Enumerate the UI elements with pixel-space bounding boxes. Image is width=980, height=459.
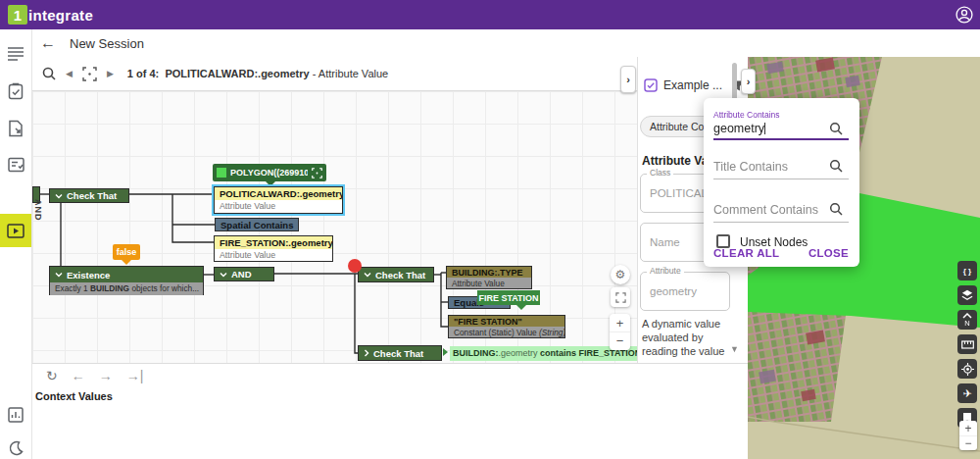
polygon-value-badge[interactable]: POLYGON((2699107.89 (213, 164, 326, 181)
root-and-label: AND (33, 199, 43, 222)
collapse-map-chevron-icon[interactable]: › (741, 69, 756, 94)
svg-text:N: N (964, 319, 969, 328)
rules-clipboard-icon[interactable] (0, 75, 31, 108)
top-bar: 1 integrate (0, 0, 980, 29)
node-existence[interactable]: Existence Exactly 1 BUILDING objects for… (49, 266, 204, 295)
clear-all-button[interactable]: CLEAR ALL (713, 247, 779, 259)
search-icon[interactable] (829, 122, 843, 135)
restart-icon[interactable]: ↻ (46, 368, 58, 383)
map-geojson-braces-icon[interactable]: { } (957, 261, 977, 280)
false-tag-pointer (122, 260, 131, 265)
step-back-icon[interactable]: ← (72, 368, 85, 383)
rule-arrow-icon (443, 348, 448, 356)
attribute-field[interactable]: geometry (640, 272, 730, 311)
search-icon[interactable] (42, 67, 56, 80)
false-value-tag: false (113, 244, 140, 260)
dark-mode-moon-icon[interactable] (0, 432, 31, 459)
step-forward-icon[interactable]: → (99, 368, 113, 383)
map-zoom-out-button[interactable]: − (959, 435, 977, 450)
map-compass-north-icon[interactable]: N (957, 310, 977, 330)
node-check-that-3[interactable]: Check That (358, 345, 442, 361)
search-icon[interactable] (829, 202, 843, 216)
context-values-title: Context Values (35, 390, 748, 402)
graph-toolbar: ◀ ▶ 1 of 4: POLITICALWARD:.geometry - At… (32, 57, 637, 91)
map-locate-target-icon[interactable] (957, 359, 977, 379)
node-politicalward-geometry[interactable]: POLITICALWARD:.geometry Attribute Value (214, 186, 343, 214)
result-target: POLITICALWARD:.geometry (165, 68, 309, 79)
result-counter: 1 of 4: (127, 68, 159, 79)
canvas-zoom-in-button[interactable]: + (610, 314, 630, 332)
tooltip-pointer (516, 305, 526, 310)
result-suffix: - Attribute Value (310, 68, 389, 79)
sessions-icon[interactable] (0, 214, 31, 247)
node-and[interactable]: AND (214, 267, 274, 281)
node-check-that-2[interactable]: Check That (358, 267, 434, 282)
collapse-props-chevron-icon[interactable]: › (620, 66, 636, 93)
logo-one-icon: 1 (8, 5, 27, 25)
canvas-settings-gear-icon[interactable]: ⚙ (611, 265, 630, 284)
next-result-icon[interactable]: ▶ (107, 69, 114, 78)
map-flyto-plane-icon[interactable]: ✈ (957, 383, 977, 403)
context-values-panel: Context Values (32, 386, 748, 459)
class-field-label: Class (647, 168, 673, 178)
left-sidebar (0, 29, 32, 459)
session-title: New Session (70, 36, 144, 51)
attribute-input-underline (713, 138, 849, 140)
node-check-that-1[interactable]: Check That (49, 188, 129, 203)
node-building-type[interactable]: BUILDING:.TYPE Attribute Value (446, 266, 532, 289)
focus-target-icon[interactable] (82, 67, 97, 81)
geometry-swatch-icon (217, 168, 226, 178)
example-rule-icon (644, 78, 658, 92)
map-ruler-icon[interactable] (957, 334, 977, 354)
back-arrow-icon[interactable]: ← (40, 34, 56, 52)
canvas-fit-expand-icon[interactable] (611, 287, 630, 307)
history-toolbar: ↻ ← → →| (32, 363, 748, 386)
logo-text: integrate (28, 7, 93, 24)
map-zoom-in-button[interactable]: + (959, 421, 977, 435)
node-spatial-contains[interactable]: Spatial Contains (215, 218, 299, 231)
app-logo: 1 integrate (8, 5, 93, 25)
zoom-to-geometry-icon[interactable] (312, 168, 322, 178)
comment-input-underline (713, 222, 849, 223)
menu-list-icon[interactable] (0, 37, 31, 71)
map-layers-icon[interactable] (957, 285, 977, 305)
fire-station-value-tooltip: FIRE STATION (477, 290, 540, 305)
filter-popup: Attribute Contains geometry Title Contai… (704, 98, 859, 267)
panel-title: Example ... (663, 78, 722, 92)
prev-result-icon[interactable]: ◀ (66, 69, 73, 78)
session-header: ← New Session (32, 29, 980, 57)
node-fire-station-constant[interactable]: "FIRE STATION" Constant (Static) Value (… (448, 315, 565, 338)
title-input-underline (713, 178, 849, 179)
dashboard-chart-icon[interactable] (0, 398, 31, 432)
scroll-more-caret-icon[interactable]: ▼ (730, 344, 739, 354)
close-button[interactable]: CLOSE (808, 247, 849, 259)
node-fire-station-geometry[interactable]: FIRE_STATION:.geometry Attribute Value (214, 235, 333, 262)
account-icon[interactable] (955, 5, 974, 25)
data-file-icon[interactable] (0, 112, 31, 145)
node-description: A dynamic value evaluated by reading the… (642, 317, 728, 358)
canvas-zoom-out-button[interactable]: − (610, 332, 630, 349)
task-list-icon[interactable] (0, 148, 31, 181)
run-to-end-icon[interactable]: →| (126, 368, 144, 383)
unset-nodes-checkbox[interactable] (716, 234, 730, 248)
attribute-field-label: Attribute (647, 266, 684, 276)
breakpoint-marker[interactable] (348, 259, 362, 273)
app-window: 1 integrate (0, 0, 980, 459)
search-icon[interactable] (829, 159, 843, 173)
rule-canvas[interactable]: AND Check That POLYGON((2699107.89 POLIT… (32, 91, 637, 363)
attribute-contains-label: Attribute Contains (713, 110, 780, 120)
